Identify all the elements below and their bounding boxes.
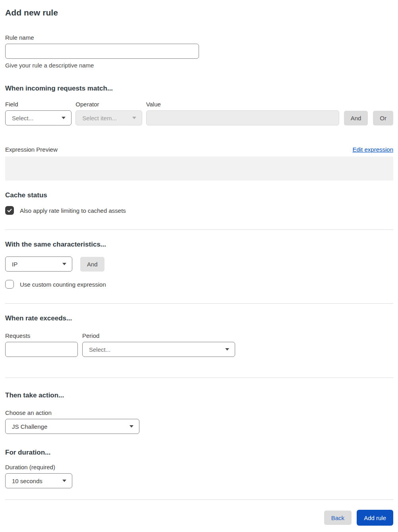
match-builder-row: Field Select... Operator Select item... … xyxy=(5,101,393,125)
duration-heading: For duration... xyxy=(5,449,393,457)
characteristic-select[interactable]: IP xyxy=(5,256,72,272)
characteristics-heading: With the same characteristics... xyxy=(5,241,393,249)
operator-label: Operator xyxy=(75,101,142,108)
requests-label: Requests xyxy=(5,332,78,339)
period-select-value: Select... xyxy=(89,346,110,353)
rule-name-help: Give your rule a descriptive name xyxy=(5,62,393,69)
back-button[interactable]: Back xyxy=(324,511,352,525)
chevron-down-icon xyxy=(129,425,133,428)
operator-select-value: Select item... xyxy=(82,115,117,121)
cached-assets-checkbox[interactable] xyxy=(5,206,14,215)
custom-counting-checkbox-row: Use custom counting expression xyxy=(5,280,393,289)
cached-assets-checkbox-label: Also apply rate limiting to cached asset… xyxy=(20,207,126,214)
check-icon xyxy=(7,208,12,213)
chevron-down-icon xyxy=(225,348,229,351)
custom-counting-checkbox[interactable] xyxy=(5,280,14,289)
rate-row: Requests Period Select... xyxy=(5,332,393,357)
duration-label: Duration (required) xyxy=(5,464,393,470)
footer-divider xyxy=(5,499,393,500)
footer-actions: Back Add rule xyxy=(5,510,393,526)
duration-select[interactable]: 10 seconds xyxy=(5,473,72,488)
rule-name-group: Rule name Give your rule a descriptive n… xyxy=(5,34,393,69)
characteristic-select-value: IP xyxy=(12,261,17,268)
requests-input[interactable] xyxy=(5,342,78,357)
rule-name-input[interactable] xyxy=(5,44,199,59)
chevron-down-icon xyxy=(62,263,66,265)
chevron-down-icon xyxy=(132,117,136,119)
and-button[interactable]: And xyxy=(344,111,368,125)
rate-heading: When rate exceeds... xyxy=(5,314,393,322)
characteristics-row: IP And xyxy=(5,256,393,272)
custom-counting-checkbox-label: Use custom counting expression xyxy=(20,281,106,288)
action-group: Choose an action JS Challenge xyxy=(5,409,393,434)
field-select[interactable]: Select... xyxy=(5,110,71,125)
action-label: Choose an action xyxy=(5,409,393,416)
value-label: Value xyxy=(146,101,339,108)
edit-expression-link[interactable]: Edit expression xyxy=(352,146,393,153)
duration-select-value: 10 seconds xyxy=(12,478,43,484)
field-select-value: Select... xyxy=(12,115,33,121)
page-title: Add new rule xyxy=(5,8,393,17)
action-select[interactable]: JS Challenge xyxy=(5,419,139,434)
expression-preview-box xyxy=(5,156,393,181)
add-rule-button[interactable]: Add rule xyxy=(357,510,393,526)
or-button[interactable]: Or xyxy=(373,111,393,125)
value-input[interactable] xyxy=(146,110,339,125)
section-divider xyxy=(5,229,393,230)
characteristics-and-button[interactable]: And xyxy=(80,257,104,272)
field-label: Field xyxy=(5,101,71,108)
chevron-down-icon xyxy=(62,117,66,119)
expression-preview-label: Expression Preview xyxy=(5,146,58,153)
action-select-value: JS Challenge xyxy=(12,423,47,430)
cache-status-heading: Cache status xyxy=(5,191,393,199)
section-divider xyxy=(5,303,393,304)
action-heading: Then take action... xyxy=(5,391,393,399)
operator-select[interactable]: Select item... xyxy=(75,110,142,125)
period-label: Period xyxy=(82,332,235,339)
match-section-heading: When incoming requests match... xyxy=(5,85,393,93)
cache-status-checkbox-row: Also apply rate limiting to cached asset… xyxy=(5,206,393,215)
expression-preview-header: Expression Preview Edit expression xyxy=(5,146,393,153)
rule-name-label: Rule name xyxy=(5,34,393,41)
period-select[interactable]: Select... xyxy=(82,342,235,357)
duration-group: Duration (required) 10 seconds xyxy=(5,464,393,488)
section-divider xyxy=(5,378,393,378)
chevron-down-icon xyxy=(62,480,66,482)
